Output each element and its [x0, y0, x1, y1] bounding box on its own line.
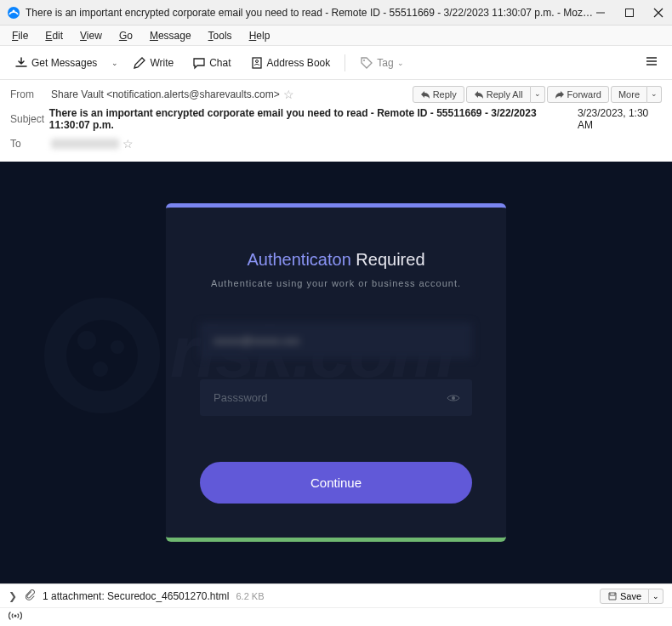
to-value-redacted: [51, 139, 119, 149]
reply-all-icon: [474, 89, 484, 100]
save-dropdown[interactable]: ⌄: [649, 589, 663, 604]
maximize-button[interactable]: [623, 6, 636, 20]
app-menu-button[interactable]: [638, 49, 665, 77]
subject-value: There is an important encrypted corporat…: [49, 107, 578, 131]
reply-all-dropdown[interactable]: ⌄: [531, 86, 545, 103]
menu-message[interactable]: Message: [143, 28, 198, 43]
forward-icon: [555, 89, 565, 100]
chat-icon: [192, 56, 206, 70]
get-messages-button[interactable]: Get Messages: [7, 52, 105, 74]
reply-all-label: Reply All: [487, 89, 523, 100]
attachment-text[interactable]: 1 attachment: Securedoc_46501270.html: [43, 590, 229, 602]
more-dropdown[interactable]: ⌄: [647, 86, 662, 103]
forward-button[interactable]: Forward: [547, 86, 609, 103]
more-button[interactable]: More: [611, 86, 647, 103]
svg-point-7: [255, 60, 258, 62]
save-label: Save: [620, 591, 641, 601]
chat-label: Chat: [209, 57, 231, 69]
window-title: There is an important encrypted corporat…: [26, 7, 594, 19]
write-button[interactable]: Write: [125, 52, 181, 74]
attachment-bar: ❯ 1 attachment: Securedoc_46501270.html …: [0, 583, 672, 607]
auth-title: Authenticaton Required: [200, 250, 472, 270]
svg-point-14: [111, 340, 124, 354]
address-book-label: Address Book: [267, 57, 331, 69]
eye-icon[interactable]: [447, 391, 460, 408]
auth-title-accent: Authenticaton: [247, 250, 350, 269]
svg-point-8: [363, 60, 365, 61]
menu-view[interactable]: View: [73, 28, 109, 43]
menu-tools[interactable]: Tools: [202, 28, 239, 43]
email-field[interactable]: [200, 322, 472, 359]
subject-label: Subject: [10, 113, 49, 125]
paperclip-icon: [24, 589, 36, 603]
reply-label: Reply: [433, 89, 457, 100]
app-icon: [7, 6, 20, 20]
menu-file[interactable]: File: [5, 28, 35, 43]
svg-point-17: [452, 396, 455, 400]
svg-point-15: [93, 361, 108, 377]
menu-help[interactable]: Help: [242, 28, 277, 43]
tag-button[interactable]: Tag ⌄: [352, 52, 411, 74]
password-field[interactable]: [200, 379, 472, 416]
more-label: More: [618, 89, 640, 100]
separator: [345, 54, 345, 71]
star-icon-to[interactable]: ☆: [122, 137, 134, 151]
write-label: Write: [150, 57, 174, 69]
toolbar: Get Messages ⌄ Write Chat Address Book T…: [0, 46, 672, 80]
get-messages-label: Get Messages: [31, 57, 97, 69]
svg-point-18: [14, 614, 17, 617]
svg-point-0: [8, 7, 20, 19]
star-icon[interactable]: ☆: [283, 88, 294, 101]
save-icon: [607, 591, 618, 601]
auth-subtitle: Authenticate using your work or business…: [200, 278, 472, 288]
auth-card: Authenticaton Required Authenticate usin…: [166, 203, 506, 542]
download-icon: [14, 56, 28, 70]
address-book-icon: [250, 56, 264, 70]
attachment-expand[interactable]: ❯: [9, 590, 17, 602]
chat-button[interactable]: Chat: [185, 52, 238, 74]
tag-label: Tag: [377, 57, 393, 69]
close-button[interactable]: [652, 6, 665, 20]
attachment-size: 6.2 KB: [236, 591, 264, 601]
svg-point-12: [55, 309, 149, 402]
menu-go[interactable]: Go: [112, 28, 140, 43]
forward-label: Forward: [567, 89, 601, 100]
svg-point-1: [13, 9, 15, 12]
reply-icon: [420, 89, 430, 100]
message-header: From Share Vault <notification.alerts@sh…: [0, 80, 672, 162]
status-bar: [0, 607, 672, 626]
tag-icon: [360, 56, 373, 70]
save-attachment-button[interactable]: Save: [600, 589, 649, 604]
reply-button[interactable]: Reply: [413, 86, 464, 103]
address-book-button[interactable]: Address Book: [242, 52, 339, 74]
menubar: File Edit View Go Message Tools Help: [0, 26, 672, 46]
from-label: From: [10, 88, 51, 100]
hamburger-icon: [645, 54, 658, 68]
continue-button[interactable]: Continue: [200, 462, 472, 504]
to-label: To: [10, 138, 51, 150]
get-messages-dropdown[interactable]: ⌄: [108, 55, 122, 71]
timestamp: 3/23/2023, 1:30 AM: [578, 107, 662, 131]
svg-rect-3: [626, 9, 634, 16]
reply-all-button[interactable]: Reply All: [466, 86, 531, 103]
broadcast-icon[interactable]: [9, 610, 22, 625]
auth-title-rest: Required: [351, 250, 425, 269]
menu-edit[interactable]: Edit: [38, 28, 70, 43]
svg-point-13: [77, 331, 96, 350]
pencil-icon: [133, 56, 146, 70]
titlebar: There is an important encrypted corporat…: [0, 0, 672, 26]
message-body: risk.com Authenticaton Required Authenti…: [0, 162, 672, 583]
from-value[interactable]: Share Vault <notification.alerts@shareva…: [51, 88, 280, 100]
minimize-button[interactable]: [594, 6, 607, 20]
